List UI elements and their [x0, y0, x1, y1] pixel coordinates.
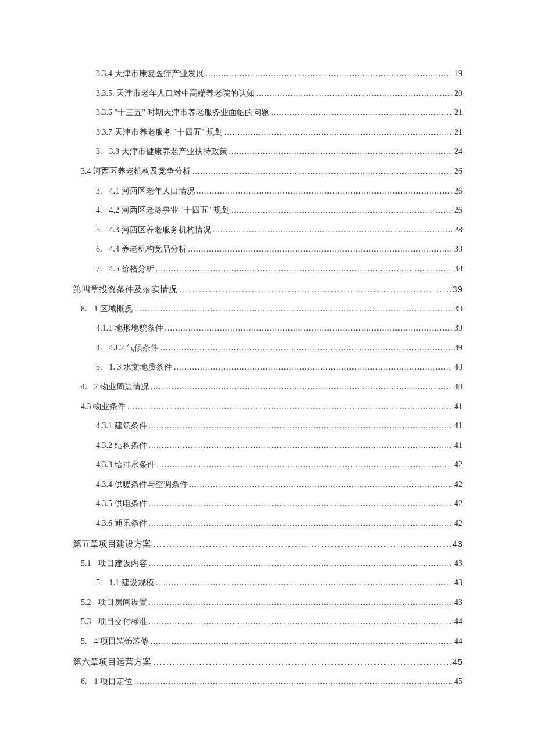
toc-entry[interactable]: 3.3.4 天津市康复医疗产业发展19 [73, 64, 462, 84]
toc-entry-prefix: 7. [96, 263, 102, 275]
toc-entry-prefix: 5. [96, 224, 102, 236]
toc-entry[interactable]: 4.3.6 通讯条件42 [73, 514, 462, 533]
toc-entry-label: 8.1 区域概况 [81, 303, 133, 315]
toc-leader-dots [179, 283, 451, 295]
toc-leader-dots [149, 558, 453, 569]
toc-entry-label: 第五章项目建设方案 [73, 538, 151, 550]
toc-entry-text: 1 区域概况 [94, 304, 133, 313]
toc-entry-prefix: 5. [81, 636, 87, 647]
toc-entry[interactable]: 7.4.5 价格分析38 [73, 259, 462, 279]
toc-entry-text: 第六章项目运营方案 [73, 657, 151, 667]
toc-leader-dots [224, 127, 452, 138]
toc-entry-label: 3.4 河西区养老机构及竞争分析 [81, 166, 191, 177]
toc-leader-dots [151, 381, 452, 393]
toc-entry-label: 5.1.1 建设规模 [96, 577, 154, 589]
toc-entry[interactable]: 5.4.3 河西区养老服务机构情况28 [73, 220, 462, 240]
toc-entry-prefix: 8. [81, 303, 87, 315]
toc-leader-dots [149, 597, 453, 608]
toc-entry-text: 3.3.5. 天津市老年人口对中高端养老院的认知 [96, 89, 255, 98]
toc-leader-dots [156, 577, 453, 589]
toc-entry[interactable]: 5.1.1 建设规模43 [73, 573, 462, 593]
toc-entry-text: 项目交付标准 [98, 617, 147, 626]
toc-entry[interactable]: 3.4.1 河西区老年人口情况26 [73, 181, 462, 201]
toc-entry[interactable]: 5.4 项目装饰装修44 [73, 632, 462, 651]
toc-leader-dots [153, 655, 451, 668]
toc-leader-dots [165, 323, 453, 334]
toc-entry[interactable]: 4.4.2 河西区老龄事业 "十四五" 规划26 [73, 200, 462, 220]
toc-leader-dots [192, 166, 452, 177]
toc-entry[interactable]: 5.3项目交付标准44 [73, 612, 462, 632]
toc-entry[interactable]: 5.2项目房间设置43 [73, 593, 462, 612]
toc-leader-dots [149, 420, 453, 432]
toc-entry-label: 3.3.4 天津市康复医疗产业发展 [96, 68, 204, 80]
toc-entry-prefix: 5.2 [81, 597, 91, 608]
toc-entry-label: 3.3.7 天津市养老服务 "十四五" 规划 [96, 127, 223, 138]
toc-entry-prefix: 5. [96, 361, 102, 373]
toc-entry[interactable]: 8.1 区域概况39 [73, 299, 462, 319]
toc-entry-page: 26 [454, 185, 462, 197]
toc-entry-text: 4.3.1 建筑条件 [96, 421, 147, 430]
toc-entry-page: 43 [454, 558, 462, 569]
toc-entry-text: 4.3.6 通讯条件 [96, 519, 147, 528]
toc-entry[interactable]: 4.3.5 供电条件42 [73, 494, 462, 514]
toc-entry-text: 4.1.1 地形地貌条件 [96, 324, 163, 332]
toc-entry[interactable]: 3.3.5. 天津市老年人口对中高端养老院的认知20 [73, 84, 462, 103]
toc-entry-label: 4.3.5 供电条件 [96, 498, 147, 510]
toc-entry[interactable]: 4.3.3 给排水条件42 [73, 455, 462, 475]
toc-entry-page: 24 [454, 146, 462, 157]
toc-entry-text: 4.3.5 供电条件 [96, 499, 147, 508]
toc-entry-label: 6.1 项目定位 [81, 676, 133, 687]
toc-leader-dots [127, 401, 452, 413]
toc-entry-page: 39 [454, 323, 462, 334]
toc-entry[interactable]: 6.1 项目定位45 [73, 672, 462, 691]
toc-entry-label: 第六章项目运营方案 [73, 655, 151, 668]
toc-entry[interactable]: 4.4.L2 气候条件39 [73, 338, 462, 358]
toc-entry[interactable]: 3.3.7 天津市养老服务 "十四五" 规划21 [73, 123, 462, 142]
toc-entry-page: 21 [454, 107, 462, 119]
toc-entry-page: 42 [454, 498, 462, 510]
toc-leader-dots [256, 88, 452, 99]
toc-list: 3.3.4 天津市康复医疗产业发展193.3.5. 天津市老年人口对中高端养老院… [73, 64, 462, 691]
toc-entry-text: 4.3.2 结构条件 [96, 441, 147, 450]
toc-leader-dots [153, 538, 451, 550]
toc-entry[interactable]: 3.4 河西区养老机构及竞争分析26 [73, 162, 462, 181]
toc-entry-text: 4.2 河西区老龄事业 "十四五" 规划 [109, 206, 230, 214]
toc-entry[interactable]: 6.4.4 养老机构竞品分析30 [73, 239, 462, 259]
toc-entry[interactable]: 4.3.4 供暖条件与空调条件42 [73, 475, 462, 495]
toc-entry-label: 第四章投资条件及落实情况 [73, 283, 177, 295]
toc-leader-dots [213, 224, 453, 236]
toc-entry[interactable]: 第六章项目运营方案45 [73, 651, 462, 672]
toc-entry-text: 项目房间设置 [98, 598, 147, 607]
toc-entry[interactable]: 4.3.2 结构条件41 [73, 436, 462, 456]
toc-entry[interactable]: 4.3 物业条件41 [73, 397, 462, 417]
toc-entry-prefix: 5.1 [81, 558, 91, 569]
toc-entry[interactable]: 3.3.8 天津市健康养老产业扶持政策24 [73, 142, 462, 162]
toc-entry[interactable]: 第四章投资条件及落实情况39 [73, 279, 462, 299]
toc-entry-page: 38 [454, 263, 462, 275]
toc-entry-text: 4 项目装饰装修 [94, 637, 149, 646]
toc-entry-label: 4.4.2 河西区老龄事业 "十四五" 规划 [96, 205, 230, 216]
toc-entry[interactable]: 5.1. 3 水文地质条件40 [73, 357, 462, 377]
toc-entry-label: 4.3.2 结构条件 [96, 440, 147, 452]
toc-entry-label: 4.4.L2 气候条件 [96, 342, 159, 354]
toc-entry-label: 3.4.1 河西区老年人口情况 [96, 185, 195, 197]
toc-entry-page: 30 [454, 243, 462, 255]
toc-entry-page: 19 [454, 68, 462, 80]
toc-entry-page: 45 [452, 655, 462, 668]
toc-entry-prefix: 3. [96, 146, 102, 157]
toc-entry-label: 4.3.4 供暖条件与空调条件 [96, 479, 188, 490]
toc-entry-prefix: 5.3 [81, 616, 91, 628]
toc-entry[interactable]: 4.3.1 建筑条件41 [73, 416, 462, 436]
toc-entry[interactable]: 第五章项目建设方案43 [73, 533, 462, 554]
toc-page: 3.3.4 天津市康复医疗产业发展193.3.5. 天津市老年人口对中高端养老院… [0, 0, 535, 755]
toc-entry-prefix: 4. [96, 205, 102, 216]
toc-entry-page: 44 [454, 636, 462, 647]
toc-entry-label: 7.4.5 价格分析 [96, 263, 154, 275]
toc-entry[interactable]: 4.2 物业周边情况40 [73, 377, 462, 397]
toc-entry-label: 4.1.1 地形地貌条件 [96, 323, 163, 334]
toc-entry-label: 5.1项目建设内容 [81, 558, 147, 569]
toc-entry[interactable]: 3.3.6 "十三五" 时期天津市养老服务业面临的问题21 [73, 103, 462, 123]
toc-entry[interactable]: 4.1.1 地形地貌条件39 [73, 318, 462, 338]
toc-entry-text: 4.4 养老机构竞品分析 [109, 245, 187, 253]
toc-entry[interactable]: 5.1项目建设内容43 [73, 554, 462, 574]
